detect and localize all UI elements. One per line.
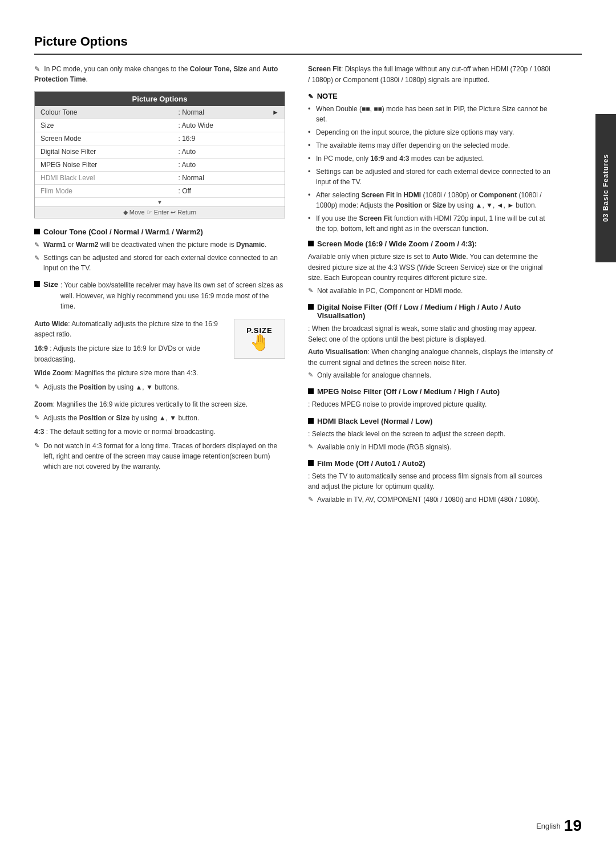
section-title: Colour Tone (Cool / Normal / Warm1 / War… [43,228,203,236]
table-cell-value: : 16:9 [172,132,266,145]
auto-visualisation-text: Auto Visualisation: When changing analog… [308,347,553,368]
psize-container: P.SIZE 🤚 [234,319,285,359]
digital-noise-body: : When the broadcast signal is weak, som… [308,323,553,344]
section-title: MPEG Noise Filter (Off / Low / Medium / … [317,387,500,396]
table-cell-arrow [266,132,285,145]
pencil-icon: ✎ [34,441,39,451]
section-header: Screen Mode (16:9 / Wide Zoom / Zoom / 4… [308,240,553,248]
dynamic-label: Dynamic [236,241,265,249]
picture-options-box: Picture Options Colour Tone : Normal ► S… [34,91,285,218]
section-title: Digital Noise Filter (Off / Low / Medium… [317,303,553,320]
table-row: HDMI Black Level : Normal [35,172,285,185]
intro-note: ✎ In PC mode, you can only make changes … [34,64,285,84]
picture-options-title: Picture Options [35,92,285,106]
table-cell-value: : Normal [172,106,266,119]
table-cell-label: HDMI Black Level [35,172,172,185]
zoom-note: ✎ Adjusts the Position or Size by using … [34,413,285,423]
colour-tone-section: Colour Tone (Cool / Normal / Warm1 / War… [34,228,285,273]
table-row: Colour Tone : Normal ► [35,106,285,119]
table-cell-label: MPEG Noise Filter [35,159,172,172]
mpeg-noise-section: MPEG Noise Filter (Off / Low / Medium / … [308,387,553,410]
43-warning: ✎ Do not watch in 4:3 format for a long … [34,441,285,472]
colour-tone-note1: ✎ Warm1 or Warm2 will be deactivated whe… [34,240,285,250]
footer: English 19 [536,817,582,835]
pencil-icon: ✎ [308,442,313,452]
bullet-icon [308,418,314,424]
pencil-icon: ✎ [34,64,40,74]
film-mode-body: : Sets the TV to automatically sense and… [308,471,553,492]
table-cell-value: : Auto [172,145,266,159]
43-text: 4:3 : The default setting for a movie or… [34,427,285,437]
intro-text2: and [247,65,262,73]
table-cell-value: : Off [172,185,266,198]
table-cell-label: Colour Tone [35,106,172,119]
note-title-text: NOTE [317,92,338,100]
table-cell-arrow-down: ▼ [35,198,285,207]
size-section: Size : Your cable box/satellite receiver… [34,280,285,472]
section-header: Digital Noise Filter (Off / Low / Medium… [308,303,553,320]
hdmi-black-body: : Selects the black level on the screen … [308,429,553,440]
bullet-icon [34,229,40,234]
pencil-icon: ✎ [34,382,39,392]
pencil-icon: ✎ [308,286,313,295]
note-section: ✎ NOTE When Double (■■, ■■) mode has bee… [308,92,553,234]
table-cell-arrow [266,185,285,198]
table-cell-label: Screen Mode [35,132,172,145]
screen-mode-note: ✎ Not available in PC, Component or HDMI… [308,286,553,296]
table-row: MPEG Noise Filter : Auto [35,159,285,172]
table-row: Screen Mode : 16:9 [35,132,285,145]
psize-wrapper: P.SIZE 🤚 Auto Wide: Automatically adjust… [34,319,285,395]
warm2-label: Warm2 [76,241,99,249]
table-cell-arrow [266,159,285,172]
page-title: Picture Options [34,34,582,55]
sidebar-tab: 03 Basic Features [595,114,616,262]
note-item: After selecting Screen Fit in HDMI (1080… [308,190,553,210]
pencil-icon: ✎ [308,93,313,100]
digital-noise-section: Digital Noise Filter (Off / Low / Medium… [308,303,553,380]
bullet-icon [308,460,314,466]
warm1-label: Warm1 [43,241,66,249]
content-wrapper: ✎ In PC mode, you can only make changes … [34,64,582,512]
page-container: 03 Basic Features Picture Options ✎ In P… [0,0,616,852]
bullet-icon [308,388,314,394]
hdmi-black-level-section: HDMI Black Level (Normal / Low) : Select… [308,417,553,452]
wide-zoom-text: Wide Zoom: Magnifies the picture size mo… [34,368,285,379]
section-header: MPEG Noise Filter (Off / Low / Medium / … [308,387,553,396]
pencil-icon: ✎ [308,494,313,504]
bullet-icon [308,241,314,246]
size-intro-text: : Your cable box/satellite receiver may … [60,280,285,312]
sidebar-label: 03 Basic Features [602,154,610,222]
pencil-icon: ✎ [34,240,39,250]
colour-tone-note2: ✎ Settings can be adjusted and stored fo… [34,253,285,273]
table-cell-label: Film Mode [35,185,172,198]
table-row: Size : Auto Wide [35,119,285,132]
section-header: Size : Your cable box/satellite receiver… [34,280,285,315]
pencil-icon: ✎ [34,413,39,423]
table-cell-arrow [266,172,285,185]
psize-box: P.SIZE 🤚 [234,319,285,359]
footer-page-number: 19 [564,817,582,835]
section-header: Film Mode (Off / Auto1 / Auto2) [308,459,553,468]
nav-bar: ◆ Move ☞ Enter ↩ Return [35,206,285,218]
section-title: Size [43,280,58,289]
intro-text: In PC mode, you can only make changes to… [44,65,189,73]
table-cell-arrow: ► [266,106,285,119]
screen-fit-intro: Screen Fit: Displays the full image with… [308,64,553,85]
section-title: Film Mode (Off / Auto1 / Auto2) [317,459,425,468]
screen-mode-body: Available only when picture size is set … [308,251,553,283]
left-column: ✎ In PC mode, you can only make changes … [34,64,285,512]
intro-text3: . [86,75,87,83]
pencil-icon: ✎ [34,253,39,263]
table-cell-value: : Auto [172,159,266,172]
table-row: Digital Noise Filter : Auto [35,145,285,159]
bullet-icon [308,304,314,310]
section-header: HDMI Black Level (Normal / Low) [308,417,553,425]
table-cell-label: Size [35,119,172,132]
section-title: HDMI Black Level (Normal / Low) [317,417,432,425]
note-item: The available items may differ depending… [308,140,553,151]
wide-zoom-note: ✎ Adjusts the Position by using ▲, ▼ but… [34,382,285,392]
table-row-arrow-down: ▼ [35,198,285,207]
note-item: Settings can be adjusted and stored for … [308,167,553,187]
digital-noise-note: ✎ Only available for analogue channels. [308,370,553,380]
pencil-icon: ✎ [308,370,313,380]
